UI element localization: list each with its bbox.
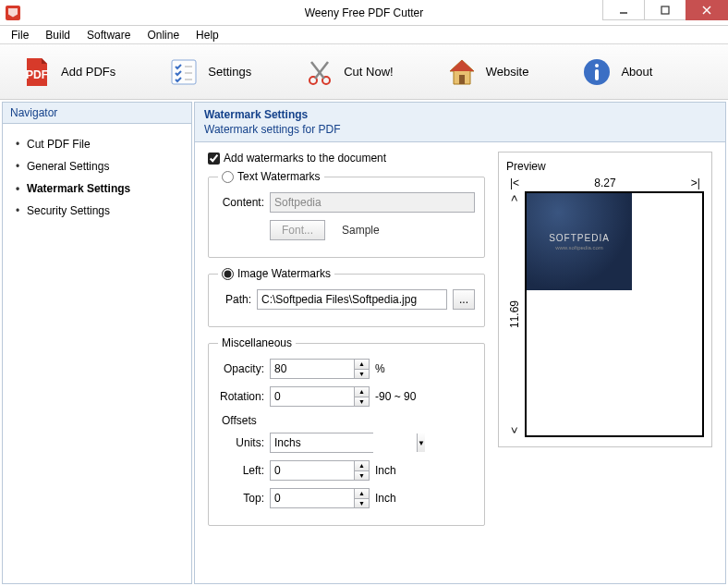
rotation-down[interactable]: ▼ [355, 397, 369, 407]
ruler-vertical: < 11.69 > [506, 191, 521, 437]
image-watermarks-legend-text: Image Watermarks [237, 267, 331, 280]
ruler-v-start: > [508, 195, 521, 201]
left-spinner[interactable]: ▲▼ [270, 460, 370, 481]
text-watermarks-fieldset: Text Watermarks Content: Font... Sample [208, 170, 485, 258]
top-spinner[interactable]: ▲▼ [270, 488, 370, 508]
navigator-panel: Navigator Cut PDF File General Settings … [2, 102, 192, 584]
units-select[interactable]: ▼ [270, 433, 373, 453]
house-icon [445, 55, 479, 89]
menubar: File Build Software Online Help [0, 26, 728, 44]
ruler-v-end: < [508, 427, 521, 433]
ruler-h-value: 8.27 [594, 177, 615, 189]
opacity-spinner[interactable]: ▲▼ [270, 359, 370, 379]
menu-build[interactable]: Build [38, 27, 78, 43]
main-subtitle: Watermark settings for PDF [204, 123, 716, 136]
rotation-input[interactable] [271, 387, 354, 406]
chevron-down-icon[interactable]: ▼ [417, 433, 425, 452]
cut-now-label: Cut Now! [344, 65, 393, 79]
opacity-label: Opacity: [218, 362, 264, 375]
image-watermarks-legend: Image Watermarks [218, 267, 334, 280]
miscellaneous-legend: Miscellaneous [218, 336, 296, 349]
left-up[interactable]: ▲ [355, 461, 369, 471]
svg-rect-1 [661, 6, 669, 14]
navigator-header: Navigator [3, 103, 191, 124]
website-label: Website [486, 65, 529, 79]
content-label: Content: [218, 196, 264, 209]
ruler-v-value: 11.69 [508, 300, 521, 328]
main-title: Watermark Settings [204, 108, 716, 121]
settings-button[interactable]: Settings [160, 52, 259, 92]
preview-box: Preview |< 8.27 >| < 11.69 > [498, 152, 712, 447]
top-label: Top: [227, 492, 264, 505]
about-button[interactable]: About [573, 52, 660, 92]
rotation-label: Rotation: [218, 390, 264, 403]
pdf-icon: PDF [20, 55, 54, 89]
text-watermarks-radio[interactable] [222, 171, 234, 183]
preview-column: Preview |< 8.27 >| < 11.69 > [498, 152, 712, 535]
menu-file[interactable]: File [4, 27, 36, 43]
image-watermarks-fieldset: Image Watermarks Path: ... [208, 267, 485, 327]
window-controls [603, 0, 728, 25]
svg-text:PDF: PDF [26, 68, 48, 81]
left-input[interactable] [271, 461, 354, 480]
maximize-button[interactable] [644, 0, 686, 20]
opacity-input[interactable] [271, 360, 354, 378]
minimize-button[interactable] [602, 0, 645, 20]
menu-software[interactable]: Software [79, 27, 138, 43]
units-value[interactable] [271, 433, 417, 452]
ruler-h-start: |< [510, 177, 519, 189]
about-label: About [621, 65, 652, 79]
svg-rect-16 [595, 69, 599, 80]
top-up[interactable]: ▲ [355, 489, 369, 499]
toolbar: PDF Add PDFs Settings Cut Now! Website A… [0, 44, 728, 100]
rotation-up[interactable]: ▲ [355, 387, 369, 397]
svg-point-15 [595, 64, 599, 67]
rotation-hint: -90 ~ 90 [375, 390, 416, 403]
cut-now-button[interactable]: Cut Now! [296, 52, 400, 92]
svg-rect-13 [459, 75, 465, 84]
scissors-icon [303, 55, 336, 89]
top-input[interactable] [271, 489, 354, 507]
app-icon [6, 6, 20, 20]
preview-brand: SOFTPEDIA [549, 233, 610, 243]
close-button[interactable] [686, 0, 728, 20]
top-down[interactable]: ▼ [355, 499, 369, 508]
preview-label: Preview [506, 160, 704, 173]
content-input[interactable] [270, 192, 475, 213]
main-body: Add watermarks to the document Text Wate… [195, 142, 725, 544]
offsets-label: Offsets [222, 414, 475, 427]
nav-item-cut-pdf[interactable]: Cut PDF File [10, 133, 184, 155]
add-pdfs-button[interactable]: PDF Add PDFs [13, 52, 123, 92]
top-unit: Inch [375, 492, 396, 505]
image-watermarks-radio[interactable] [222, 268, 234, 280]
nav-item-general-settings[interactable]: General Settings [10, 155, 184, 177]
website-button[interactable]: Website [438, 52, 537, 92]
body-area: Navigator Cut PDF File General Settings … [0, 100, 728, 586]
browse-button[interactable]: ... [453, 289, 475, 310]
font-button[interactable]: Font... [270, 220, 325, 240]
menu-help[interactable]: Help [188, 27, 226, 43]
preview-brand-sub: www.softpedia.com [555, 245, 603, 250]
watermark-preview-image: SOFTPEDIA www.softpedia.com [527, 193, 632, 290]
path-input[interactable] [257, 289, 447, 310]
settings-column: Add watermarks to the document Text Wate… [208, 152, 485, 535]
opacity-down[interactable]: ▼ [355, 370, 369, 379]
menu-online[interactable]: Online [140, 27, 187, 43]
sample-label: Sample [342, 224, 380, 237]
add-watermarks-label: Add watermarks to the document [224, 152, 386, 165]
nav-item-security-settings[interactable]: Security Settings [10, 200, 184, 222]
left-down[interactable]: ▼ [355, 471, 369, 481]
nav-item-watermark-settings[interactable]: Watermark Settings [10, 177, 184, 200]
rotation-spinner[interactable]: ▲▼ [270, 386, 370, 407]
settings-label: Settings [208, 65, 251, 79]
text-watermarks-legend-text: Text Watermarks [237, 170, 321, 183]
path-label: Path: [218, 293, 251, 306]
preview-page: SOFTPEDIA www.softpedia.com [525, 191, 704, 437]
add-watermarks-row: Add watermarks to the document [208, 152, 485, 165]
navigator-list: Cut PDF File General Settings Watermark … [3, 124, 191, 231]
text-watermarks-legend: Text Watermarks [218, 170, 324, 183]
left-label: Left: [227, 464, 264, 477]
opacity-up[interactable]: ▲ [355, 360, 369, 370]
add-watermarks-checkbox[interactable] [208, 153, 220, 165]
checklist-icon [167, 55, 200, 89]
